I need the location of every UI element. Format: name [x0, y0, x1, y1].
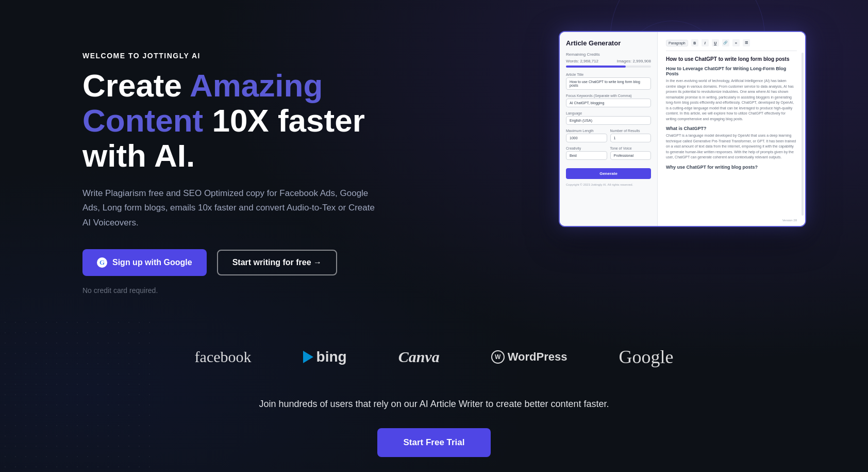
hero-description: Write Plagiarism free and SEO Optimized …	[82, 186, 381, 231]
creativity-select[interactable]: Best	[566, 151, 607, 160]
app-right-panel: Paragraph B I U 🔗 ≡ ☰ How to use ChatGPT…	[658, 32, 805, 226]
focus-keywords-input[interactable]: AI ChatGPT, blogging	[566, 99, 651, 107]
tone-field: Tone of Voice Professional	[610, 147, 652, 160]
brand-google-label: Google	[619, 347, 673, 367]
brand-bing-label: bing	[316, 349, 347, 365]
article-main-heading: How to Leverage ChatGPT for Writing Long…	[666, 66, 797, 76]
credits-bar	[566, 66, 651, 68]
focus-keywords-label: Focus Keywords (Separate with Comma)	[566, 94, 651, 97]
credits-label: Remaining Credits	[566, 52, 600, 57]
editor-title: How to use ChatGPT to write long form bl…	[666, 56, 797, 62]
words-count: Words: 2,968,712	[566, 59, 598, 63]
google-icon: G	[97, 257, 107, 268]
brand-google: Google	[619, 346, 673, 368]
article-subheading-2: Why use ChatGPT for writing blog posts?	[666, 165, 797, 170]
credits-row: Remaining Credits	[566, 52, 651, 57]
credits-fill	[566, 66, 626, 68]
language-label: Language	[566, 111, 651, 115]
bing-icon	[303, 351, 313, 363]
language-select[interactable]: English (USA)	[566, 116, 651, 125]
wordpress-icon: W	[491, 350, 505, 364]
length-results-row: Maximum Length 1000 Number of Results 1	[566, 129, 651, 147]
brands-section: facebook bing Canva W WordPress Google	[0, 325, 868, 388]
max-length-label: Maximum Length	[566, 129, 607, 133]
no-card-text: No credit card required.	[82, 286, 433, 295]
editor-scrollbar[interactable]	[802, 53, 804, 216]
images-count: Images: 2,999,908	[617, 59, 651, 63]
brand-bing: bing	[303, 349, 347, 365]
num-results-field: Number of Results 1	[610, 129, 652, 142]
creativity-tone-row: Creativity Best Tone of Voice Profession…	[566, 147, 651, 164]
italic-icon[interactable]: I	[702, 39, 709, 46]
app-footer-left: Copyright © 2023 Jottingly AI. All right…	[566, 183, 651, 186]
app-screenshot: Article Generator Remaining Credits Word…	[559, 31, 806, 227]
hero-left: WELCOME TO JOTTINGLY AI Create Amazing C…	[82, 41, 433, 295]
brand-wordpress-label: WordPress	[508, 350, 567, 364]
hero-title-part1: Create	[82, 68, 190, 103]
app-inner: Article Generator Remaining Credits Word…	[560, 32, 805, 226]
paragraph-select[interactable]: Paragraph	[666, 40, 688, 46]
list-icon[interactable]: ☰	[743, 39, 750, 46]
brand-facebook: facebook	[195, 348, 252, 366]
hero-right: Article Generator Remaining Credits Word…	[559, 31, 806, 227]
editor-toolbar: Paragraph B I U 🔗 ≡ ☰	[666, 39, 797, 51]
hero-section: WELCOME TO JOTTINGLY AI Create Amazing C…	[0, 0, 868, 325]
start-free-trial-button[interactable]: Start Free Trial	[377, 428, 490, 457]
app-footer-right: Version 28	[782, 219, 797, 222]
creativity-field: Creativity Best	[566, 147, 607, 160]
article-body-1: In the ever-evolving world of technology…	[666, 78, 797, 122]
language-field: Language English (USA)	[566, 111, 651, 125]
signup-google-button[interactable]: G Sign up with Google	[82, 249, 207, 276]
max-length-input[interactable]: 1000	[566, 134, 607, 142]
max-length-field: Maximum Length 1000	[566, 129, 607, 142]
hero-buttons: G Sign up with Google Start writing for …	[82, 249, 433, 276]
hero-title: Create Amazing Content 10X faster with A…	[82, 68, 433, 174]
article-title-label: Article Title	[566, 73, 651, 76]
creativity-label: Creativity	[566, 147, 607, 150]
focus-keywords-field: Focus Keywords (Separate with Comma) AI …	[566, 94, 651, 107]
app-left-panel: Article Generator Remaining Credits Word…	[560, 32, 658, 226]
cta-section: Join hundreds of users that rely on our …	[0, 388, 868, 472]
tone-select[interactable]: Professional	[610, 151, 652, 160]
cta-description: Join hundreds of users that rely on our …	[62, 399, 806, 410]
tone-label: Tone of Voice	[610, 147, 652, 150]
credits-section: Remaining Credits Words: 2,968,712 Image…	[566, 52, 651, 68]
generate-button[interactable]: Generate	[566, 168, 651, 179]
welcome-label: WELCOME TO JOTTINGLY AI	[82, 52, 433, 60]
article-title-field: Article Title How to use ChatGPT to writ…	[566, 73, 651, 90]
signup-google-label: Sign up with Google	[112, 258, 192, 267]
article-body-2: ChatGPT is a language model developed by…	[666, 133, 797, 160]
brand-canva-label: Canva	[398, 348, 440, 365]
brand-facebook-label: facebook	[195, 348, 252, 365]
align-icon[interactable]: ≡	[732, 39, 740, 46]
start-writing-button[interactable]: Start writing for free →	[217, 250, 337, 275]
app-title: Article Generator	[566, 39, 651, 47]
underline-icon[interactable]: U	[712, 39, 719, 46]
brand-canva: Canva	[398, 348, 440, 366]
brand-wordpress: W WordPress	[491, 350, 567, 364]
credits-values: Words: 2,968,712 Images: 2,999,908	[566, 59, 651, 63]
start-writing-label: Start writing for free →	[232, 258, 322, 267]
article-title-input[interactable]: How to use ChatGPT to write long form bl…	[566, 77, 651, 90]
article-subheading-1: What is ChatGPT?	[666, 126, 797, 131]
link-icon[interactable]: 🔗	[722, 39, 729, 46]
bold-icon[interactable]: B	[691, 39, 698, 46]
num-results-input[interactable]: 1	[610, 134, 652, 142]
num-results-label: Number of Results	[610, 129, 652, 133]
